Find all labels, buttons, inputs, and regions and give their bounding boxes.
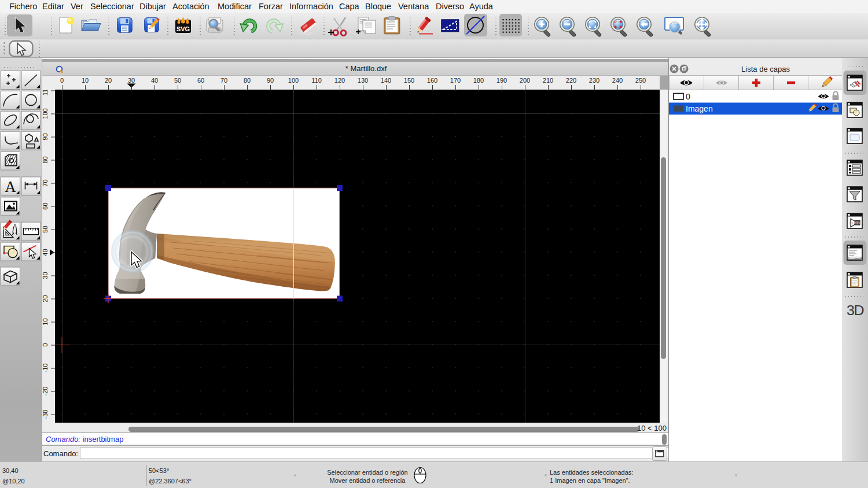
svg-text:-20: -20 [42, 387, 49, 396]
svg-text:SVG: SVG [176, 25, 190, 32]
svg-text:90: 90 [42, 133, 49, 140]
svg-text:110: 110 [42, 90, 49, 95]
svg-text:0: 0 [686, 92, 690, 101]
svg-text:Imagen: Imagen [686, 104, 713, 113]
svg-text:100: 100 [42, 108, 49, 119]
svg-text:30: 30 [42, 272, 49, 279]
svg-text:-10: -10 [42, 364, 49, 373]
svg-text:A: A [5, 178, 16, 195]
svg-text:3D: 3D [847, 303, 864, 318]
svg-text:0: 0 [42, 343, 49, 346]
svg-text:20: 20 [42, 295, 49, 302]
svg-text:60: 60 [42, 202, 49, 209]
svg-text:50: 50 [42, 225, 49, 232]
svg-text:80: 80 [42, 156, 49, 163]
svg-text:c:_command: c:_command [849, 257, 862, 260]
svg-text:-30: -30 [42, 410, 49, 419]
svg-text:70: 70 [42, 179, 49, 186]
svg-text:40: 40 [42, 249, 49, 256]
svg-text:10: 10 [42, 318, 49, 325]
